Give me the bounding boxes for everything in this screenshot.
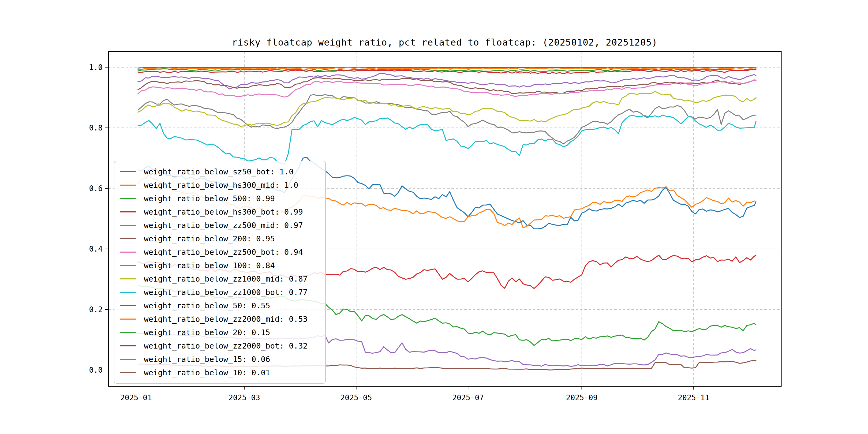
legend-label: weight_ratio_below_sz50_bot: 1.0 xyxy=(144,167,293,176)
legend-item-weight_ratio_below_10: weight_ratio_below_10: 0.01 xyxy=(120,366,325,379)
legend-item-weight_ratio_below_hs300_mid: weight_ratio_below_hs300_mid: 1.0 xyxy=(120,179,325,192)
legend-item-weight_ratio_below_zz500_bot: weight_ratio_below_zz500_bot: 0.94 xyxy=(120,245,325,259)
legend-label: weight_ratio_below_100: 0.84 xyxy=(144,261,275,270)
legend-swatch xyxy=(120,292,136,293)
legend-label: weight_ratio_below_zz1000_mid: 0.87 xyxy=(144,274,308,283)
x-tick-label: 2025-09 xyxy=(566,393,598,402)
x-tick-label: 2025-07 xyxy=(452,393,484,402)
legend-swatch xyxy=(120,318,136,320)
legend-label: weight_ratio_below_20: 0.15 xyxy=(144,328,270,337)
legend-swatch xyxy=(120,265,136,266)
y-tick-label: 0.8 xyxy=(89,124,103,132)
legend-swatch xyxy=(120,252,136,253)
legend: weight_ratio_below_sz50_bot: 1.0weight_r… xyxy=(114,161,326,384)
x-tick-label: 2025-03 xyxy=(228,393,260,402)
legend-item-weight_ratio_below_15: weight_ratio_below_15: 0.06 xyxy=(120,352,325,366)
legend-item-weight_ratio_below_500: weight_ratio_below_500: 0.99 xyxy=(120,192,325,205)
legend-item-weight_ratio_below_20: weight_ratio_below_20: 0.15 xyxy=(120,326,325,339)
legend-item-weight_ratio_below_zz2000_mid: weight_ratio_below_zz2000_mid: 0.53 xyxy=(120,312,325,326)
series-line-weight_ratio_below_100 xyxy=(138,95,756,144)
legend-label: weight_ratio_below_10: 0.01 xyxy=(144,368,270,377)
legend-swatch xyxy=(120,278,136,279)
legend-swatch xyxy=(120,225,136,226)
y-tick-label: 0.2 xyxy=(89,305,103,314)
legend-label: weight_ratio_below_50: 0.55 xyxy=(144,301,270,310)
legend-swatch xyxy=(120,185,136,186)
y-tick-label: 0.4 xyxy=(89,245,103,253)
legend-swatch xyxy=(120,171,136,172)
legend-swatch xyxy=(120,305,136,306)
legend-item-weight_ratio_below_200: weight_ratio_below_200: 0.95 xyxy=(120,232,325,245)
y-tick-label: 1.0 xyxy=(89,63,103,72)
legend-label: weight_ratio_below_hs300_mid: 1.0 xyxy=(144,181,298,190)
legend-swatch xyxy=(120,359,136,360)
legend-swatch xyxy=(120,238,136,239)
figure: risky floatcap weight ratio, pct related… xyxy=(0,0,868,434)
legend-item-weight_ratio_below_zz500_mid: weight_ratio_below_zz500_mid: 0.97 xyxy=(120,219,325,232)
legend-item-weight_ratio_below_zz2000_bot: weight_ratio_below_zz2000_bot: 0.32 xyxy=(120,339,325,352)
legend-item-weight_ratio_below_sz50_bot: weight_ratio_below_sz50_bot: 1.0 xyxy=(120,165,325,179)
legend-item-weight_ratio_below_zz1000_bot: weight_ratio_below_zz1000_bot: 0.77 xyxy=(120,286,325,299)
legend-swatch xyxy=(120,332,136,333)
y-tick-label: 0.0 xyxy=(89,366,103,374)
x-tick-label: 2025-11 xyxy=(678,393,709,402)
legend-label: weight_ratio_below_15: 0.06 xyxy=(144,355,270,364)
legend-label: weight_ratio_below_200: 0.95 xyxy=(144,234,275,243)
legend-swatch xyxy=(120,211,136,212)
x-tick-label: 2025-01 xyxy=(120,393,152,402)
legend-label: weight_ratio_below_hs300_bot: 0.99 xyxy=(144,207,303,216)
legend-label: weight_ratio_below_zz2000_bot: 0.32 xyxy=(144,341,308,350)
legend-swatch xyxy=(120,372,136,373)
legend-label: weight_ratio_below_zz2000_mid: 0.53 xyxy=(144,314,308,323)
legend-swatch xyxy=(120,198,136,199)
legend-item-weight_ratio_below_hs300_bot: weight_ratio_below_hs300_bot: 0.99 xyxy=(120,205,325,219)
legend-label: weight_ratio_below_500: 0.99 xyxy=(144,194,275,203)
legend-label: weight_ratio_below_zz500_mid: 0.97 xyxy=(144,221,303,230)
legend-label: weight_ratio_below_zz500_bot: 0.94 xyxy=(144,248,303,257)
y-tick-label: 0.6 xyxy=(89,184,103,193)
series-line-weight_ratio_below_200 xyxy=(138,78,756,94)
legend-item-weight_ratio_below_50: weight_ratio_below_50: 0.55 xyxy=(120,299,325,312)
legend-swatch xyxy=(120,345,136,346)
x-tick-label: 2025-05 xyxy=(341,393,372,402)
legend-label: weight_ratio_below_zz1000_bot: 0.77 xyxy=(144,288,308,297)
series-line-weight_ratio_below_zz1000_bot xyxy=(138,115,756,164)
legend-item-weight_ratio_below_zz1000_mid: weight_ratio_below_zz1000_mid: 0.87 xyxy=(120,272,325,286)
legend-item-weight_ratio_below_100: weight_ratio_below_100: 0.84 xyxy=(120,259,325,272)
